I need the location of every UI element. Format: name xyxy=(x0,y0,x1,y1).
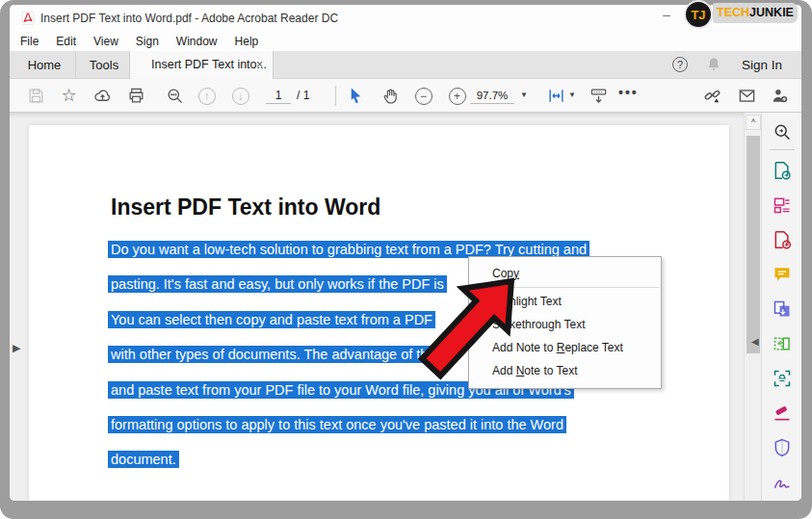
tab-document-label: Insert PDF Text into... xyxy=(151,58,267,71)
scroll-up-icon[interactable]: ^ xyxy=(746,115,761,130)
menu-view[interactable]: View xyxy=(85,32,127,51)
share-link-icon[interactable] xyxy=(703,87,721,105)
window-title: Insert PDF Text into Word.pdf - Adobe Ac… xyxy=(40,12,338,25)
find-icon[interactable] xyxy=(166,87,184,105)
zoom-out-icon[interactable]: − xyxy=(414,87,432,105)
acrobat-app-icon xyxy=(21,12,35,25)
organize-pages-icon[interactable] xyxy=(771,332,794,355)
vertical-scrollbar[interactable]: ^ xyxy=(744,113,761,501)
minimize-button[interactable]: – xyxy=(663,7,670,22)
toolbar-download-icon[interactable] xyxy=(589,87,608,105)
combine-files-icon[interactable] xyxy=(771,298,794,321)
toolbar: ☆ ↑ ↓ 1 / 1 − + 97.7% ▼ xyxy=(10,79,801,113)
red-pointer-arrow xyxy=(418,258,534,388)
tab-tools[interactable]: Tools xyxy=(75,51,133,79)
selected-line: document. xyxy=(108,450,667,469)
tools-panel-toggle-icon[interactable]: ◀ xyxy=(751,336,759,347)
save-icon[interactable] xyxy=(27,87,45,105)
page-total-label: / 1 xyxy=(297,87,309,104)
edit-pdf-icon[interactable] xyxy=(771,194,794,217)
zoom-dropdown-caret-icon[interactable]: ▼ xyxy=(520,91,528,99)
select-tool-icon[interactable] xyxy=(347,87,365,105)
star-icon[interactable]: ☆ xyxy=(60,87,78,105)
fill-sign-icon[interactable] xyxy=(771,471,794,494)
email-icon[interactable] xyxy=(738,87,756,105)
techjunkie-tech-text: TECH xyxy=(717,6,749,19)
menu-edit[interactable]: Edit xyxy=(47,32,85,51)
menu-bar: File Edit View Sign Window Help xyxy=(10,32,801,51)
menu-file[interactable]: File xyxy=(12,32,47,51)
search-tools-icon[interactable] xyxy=(771,120,794,143)
nav-pane-toggle-icon[interactable]: ▶ xyxy=(13,342,20,354)
scrollbar-thumb[interactable] xyxy=(747,136,760,353)
acrobat-window: Insert PDF Text into Word.pdf - Adobe Ac… xyxy=(10,5,801,501)
zoom-level-input[interactable]: 97.7% xyxy=(470,87,514,104)
cloud-upload-icon[interactable] xyxy=(93,87,112,105)
tab-close-icon[interactable]: × xyxy=(256,51,263,79)
screenshot: Insert PDF Text into Word.pdf - Adobe Ac… xyxy=(0,0,812,519)
tools-sidebar xyxy=(761,113,801,501)
tab-document[interactable]: Insert PDF Text into... × xyxy=(129,51,274,79)
fit-width-caret-icon[interactable]: ▼ xyxy=(568,91,576,99)
page-number-input[interactable]: 1 xyxy=(266,87,291,104)
notifications-bell-icon[interactable] xyxy=(705,56,722,73)
menu-sign[interactable]: Sign xyxy=(127,32,168,51)
more-tools-icon[interactable]: ••• xyxy=(618,85,639,100)
hand-tool-icon[interactable] xyxy=(381,87,400,105)
techjunkie-wordmark: TECHJUNKIE xyxy=(713,3,798,23)
techjunkie-junkie-text: JUNKIE xyxy=(749,6,794,19)
comment-icon[interactable] xyxy=(771,263,794,286)
redact-icon[interactable] xyxy=(771,402,794,425)
tab-bar: Home Tools Insert PDF Text into... × ? S… xyxy=(10,51,801,79)
next-page-icon[interactable]: ↓ xyxy=(231,87,249,105)
menu-help[interactable]: Help xyxy=(226,32,268,51)
export-pdf-icon[interactable] xyxy=(771,159,794,182)
document-heading: Insert PDF Text into Word xyxy=(111,195,380,221)
zoom-in-icon[interactable]: + xyxy=(448,87,466,105)
compress-pdf-icon[interactable] xyxy=(771,367,794,390)
sidebar-divider xyxy=(770,149,795,150)
print-icon[interactable] xyxy=(127,87,145,105)
selected-line: formatting options to apply to this text… xyxy=(108,415,667,434)
sign-in-button[interactable]: Sign In xyxy=(742,51,782,79)
toolbar-divider xyxy=(335,86,336,106)
menu-window[interactable]: Window xyxy=(168,32,226,51)
protect-icon[interactable] xyxy=(771,436,794,459)
add-signer-icon[interactable] xyxy=(771,87,789,105)
tab-home[interactable]: Home xyxy=(15,51,73,79)
help-icon[interactable]: ? xyxy=(672,57,688,72)
fit-width-icon[interactable] xyxy=(547,87,565,105)
techjunkie-monogram: TJ xyxy=(684,0,713,29)
title-bar: Insert PDF Text into Word.pdf - Adobe Ac… xyxy=(10,5,801,32)
create-pdf-icon[interactable] xyxy=(771,228,794,251)
previous-page-icon[interactable]: ↑ xyxy=(197,87,216,105)
